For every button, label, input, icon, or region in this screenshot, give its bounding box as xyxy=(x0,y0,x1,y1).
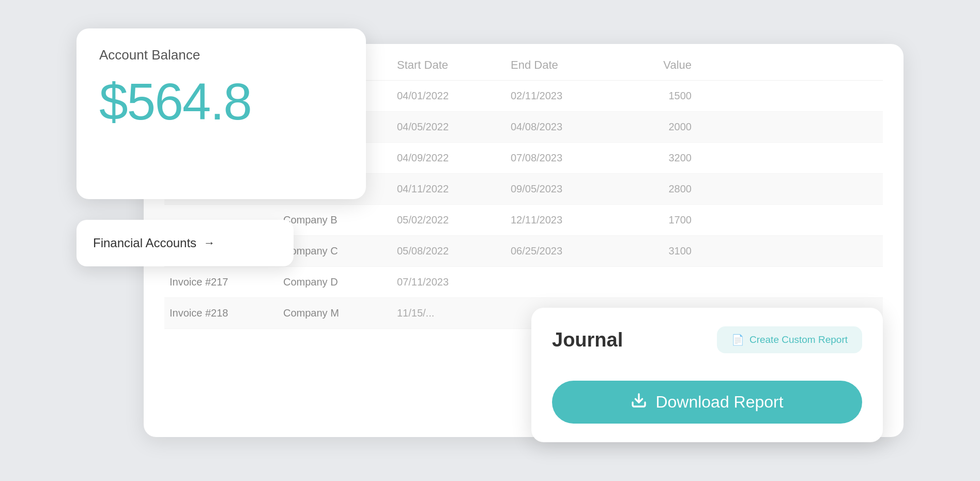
cell-end-date: 09/05/2023 xyxy=(506,183,619,195)
col-header-end-date: End Date xyxy=(506,58,619,72)
balance-card: Account Balance $564.8 xyxy=(76,28,366,199)
financial-accounts-arrow: → xyxy=(204,236,215,250)
cell-start-date: 11/15/... xyxy=(392,307,506,319)
cell-end-date: 04/08/2023 xyxy=(506,121,619,133)
balance-title: Account Balance xyxy=(99,47,343,63)
cell-value: 1500 xyxy=(619,90,697,102)
cell-invoice: Invoice #218 xyxy=(164,307,278,319)
cell-company: Company B xyxy=(278,214,392,226)
journal-title: Journal xyxy=(552,329,623,351)
table-row: Invoice #217 Company D 07/11/2023 xyxy=(164,267,883,298)
doc-icon: 📄 xyxy=(731,334,744,346)
journal-card: Journal 📄 Create Custom Report Download … xyxy=(531,308,883,442)
cell-value: 2800 xyxy=(619,183,697,195)
download-report-button[interactable]: Download Report xyxy=(552,381,862,424)
cell-company: Company C xyxy=(278,245,392,257)
cell-company: Company M xyxy=(278,307,392,319)
financial-accounts-card[interactable]: Financial Accounts → xyxy=(76,220,294,266)
cell-invoice: Invoice #217 xyxy=(164,276,278,288)
download-icon xyxy=(631,392,647,412)
cell-value: 3200 xyxy=(619,152,697,164)
create-custom-report-button[interactable]: 📄 Create Custom Report xyxy=(717,326,862,353)
cell-end-date: 06/25/2023 xyxy=(506,245,619,257)
financial-accounts-label: Financial Accounts xyxy=(93,236,196,250)
cell-start-date: 05/02/2022 xyxy=(392,214,506,226)
cell-company: Company D xyxy=(278,276,392,288)
col-header-start-date: Start Date xyxy=(392,58,506,72)
cell-start-date: 04/11/2022 xyxy=(392,183,506,195)
cell-value: 2000 xyxy=(619,121,697,133)
balance-amount: $564.8 xyxy=(99,76,343,127)
cell-start-date: 04/09/2022 xyxy=(392,152,506,164)
cell-value: 3100 xyxy=(619,245,697,257)
col-header-value: Value xyxy=(619,58,697,72)
download-report-label: Download Report xyxy=(655,393,783,412)
cell-start-date: 04/01/2022 xyxy=(392,90,506,102)
journal-top-row: Journal 📄 Create Custom Report xyxy=(552,326,862,353)
cell-end-date: 02/11/2023 xyxy=(506,90,619,102)
cell-start-date: 05/08/2022 xyxy=(392,245,506,257)
cell-start-date: 04/05/2022 xyxy=(392,121,506,133)
cell-end-date: 12/11/2023 xyxy=(506,214,619,226)
cell-end-date: 07/08/2023 xyxy=(506,152,619,164)
cell-value: 1700 xyxy=(619,214,697,226)
cell-start-date: 07/11/2023 xyxy=(392,276,506,288)
create-custom-report-label: Create Custom Report xyxy=(749,334,848,345)
